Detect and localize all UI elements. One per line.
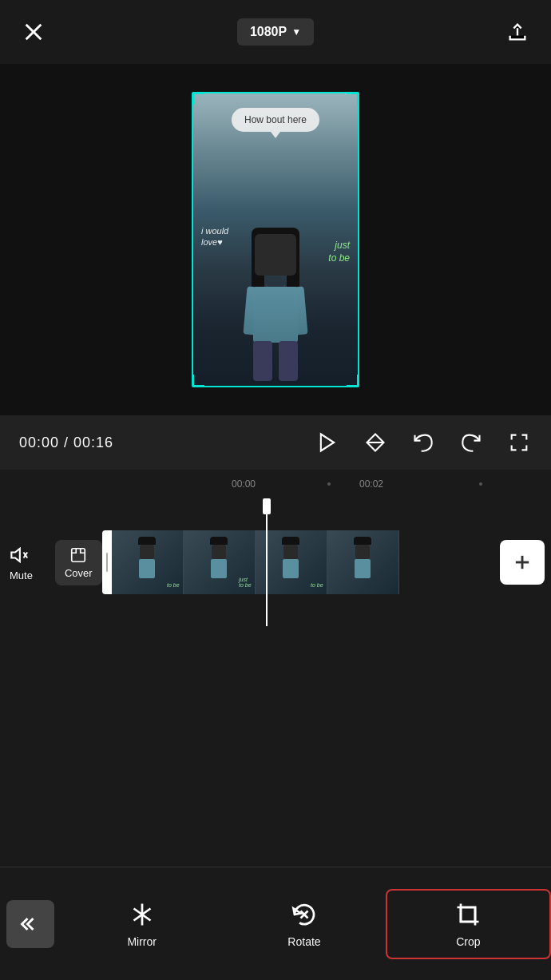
- add-clip-button[interactable]: [500, 540, 545, 585]
- frame-body-1: [139, 559, 155, 578]
- ruler-mark-0: 00:00: [232, 478, 256, 490]
- time-total: 00:16: [73, 434, 113, 450]
- back-button[interactable]: [6, 900, 54, 948]
- rotate-icon: [290, 900, 319, 929]
- timeline-area: Mute Cover to be: [0, 498, 551, 626]
- play-button[interactable]: [315, 430, 340, 455]
- frame-char-4: [347, 546, 379, 590]
- ruler-dot-1: [327, 482, 331, 486]
- frame-head-4: [355, 545, 370, 559]
- export-button[interactable]: [503, 18, 532, 46]
- ruler-dot-2: [479, 482, 482, 486]
- time-display: 00:00 / 00:16: [19, 434, 113, 451]
- cover-button[interactable]: Cover: [55, 540, 102, 585]
- resolution-button[interactable]: 1080P ▼: [237, 18, 314, 46]
- text-overlay-just: justto be: [328, 240, 350, 264]
- mute-label: Mute: [10, 569, 33, 581]
- clip-frame-2: justto be: [184, 530, 256, 594]
- resolution-label: 1080P: [250, 25, 287, 39]
- frame-text-1: to be: [167, 582, 180, 588]
- svg-marker-3: [321, 434, 334, 451]
- undo-button[interactable]: [410, 430, 436, 455]
- time-current: 00:00: [19, 434, 59, 450]
- fullscreen-button[interactable]: [506, 430, 532, 455]
- rotate-tool[interactable]: Rotate: [223, 891, 385, 958]
- svg-marker-5: [12, 548, 20, 561]
- frame-char-3: [275, 546, 307, 590]
- frame-char-1: [131, 546, 163, 590]
- char-head: [255, 234, 296, 276]
- frame-body-4: [355, 559, 371, 578]
- frame-hair-1: [138, 537, 156, 545]
- crop-handle-tr[interactable]: [347, 92, 359, 105]
- controls-bar: 00:00 / 00:16: [0, 415, 551, 470]
- mirror-label: Mirror: [127, 935, 157, 948]
- mirror-tool[interactable]: Mirror: [61, 891, 223, 958]
- chevron-down-icon: ▼: [291, 26, 301, 38]
- frame-char-2: [203, 546, 235, 590]
- clip-frames: to be justto be to be: [112, 530, 506, 594]
- time-separator: /: [64, 434, 73, 450]
- timeline-left-controls: Mute Cover: [0, 538, 102, 588]
- clip-frame-1: to be: [112, 530, 184, 594]
- frame-head-3: [283, 545, 298, 559]
- frame-text-3: to be: [311, 582, 323, 588]
- playback-controls: [315, 430, 532, 455]
- ruler-mark-2: 00:02: [359, 478, 383, 490]
- svg-rect-8: [72, 548, 85, 561]
- crop-handle-br[interactable]: [347, 375, 359, 387]
- frame-hair-4: [354, 537, 371, 545]
- crop-handle-bl[interactable]: [192, 375, 204, 387]
- clip-left-handle[interactable]: [102, 530, 112, 594]
- svg-rect-15: [461, 907, 475, 922]
- frame-body-3: [283, 559, 299, 578]
- crop-icon: [454, 900, 482, 929]
- rotate-label: Rotate: [287, 935, 320, 948]
- char-leg-right: [279, 341, 298, 381]
- char-legs: [253, 341, 298, 381]
- char-leg-left: [253, 341, 272, 381]
- cover-label: Cover: [65, 567, 93, 579]
- video-frame: How bout here i wouldlove♥ justto be: [192, 92, 359, 387]
- frame-head-2: [212, 545, 226, 559]
- mirror-icon: [128, 900, 157, 929]
- keyframe-button[interactable]: [363, 430, 388, 455]
- frame-text-2: justto be: [239, 577, 252, 588]
- char-body: [253, 287, 298, 343]
- crop-label: Crop: [456, 935, 480, 948]
- frame-hair-3: [282, 537, 299, 545]
- speech-bubble: How bout here: [232, 108, 319, 132]
- crop-tool[interactable]: Crop: [386, 889, 551, 959]
- close-button[interactable]: [19, 18, 48, 46]
- frame-head-1: [140, 545, 154, 559]
- playhead[interactable]: [266, 498, 268, 626]
- crop-handle-tl[interactable]: [192, 92, 204, 105]
- header: 1080P ▼: [0, 0, 551, 64]
- mute-button[interactable]: Mute: [0, 538, 42, 588]
- playhead-handle: [263, 498, 271, 514]
- text-overlay-love: i wouldlove♥: [201, 225, 228, 248]
- character: [236, 210, 315, 370]
- redo-button[interactable]: [458, 430, 484, 455]
- video-content: How bout here i wouldlove♥ justto be: [193, 93, 358, 386]
- preview-area: How bout here i wouldlove♥ justto be: [0, 64, 551, 415]
- clip-frame-4: [327, 530, 399, 594]
- timeline-ruler: 00:00 00:02: [0, 470, 551, 498]
- bottom-toolbar: Mirror Rotate Crop: [0, 867, 551, 980]
- frame-body-2: [211, 559, 227, 578]
- frame-hair-2: [210, 537, 228, 545]
- timeline-tracks: to be justto be to be: [102, 498, 551, 626]
